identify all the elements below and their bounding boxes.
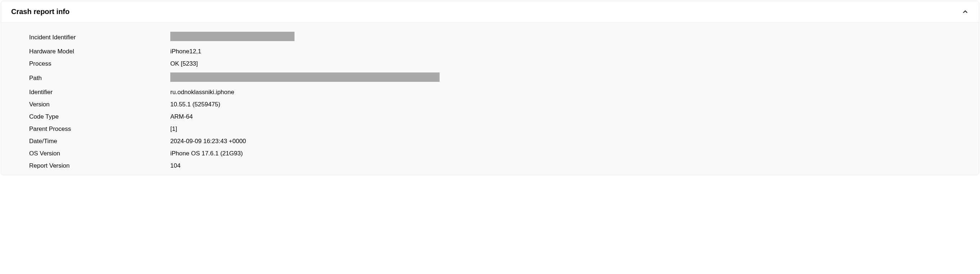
info-row: Date/Time 2024-09-09 16:23:43 +0000 [29,135,969,147]
info-row: Hardware Model iPhone12,1 [29,45,969,58]
info-value: OK [5233] [170,60,198,67]
info-value-redacted [170,72,440,83]
panel-body: Incident Identifier Hardware Model iPhon… [1,22,979,175]
info-label: Report Version [29,162,170,170]
info-label: Path [29,75,170,82]
info-label: Date/Time [29,138,170,145]
crash-report-panel: Crash report info Incident Identifier Ha… [1,1,979,175]
info-value: iPhone OS 17.6.1 (21G93) [170,150,243,157]
info-row: Process OK [5233] [29,58,969,70]
info-label: Identifier [29,89,170,96]
info-label: OS Version [29,150,170,157]
info-label: Code Type [29,113,170,120]
info-value: iPhone12,1 [170,48,201,55]
info-label: Process [29,60,170,67]
info-value: 104 [170,162,180,170]
info-value: 10.55.1 (5259475) [170,101,220,108]
info-row: Incident Identifier [29,29,969,45]
info-row: Code Type ARM-64 [29,111,969,123]
info-row: OS Version iPhone OS 17.6.1 (21G93) [29,147,969,160]
info-row: Path [29,70,969,86]
info-label: Version [29,101,170,108]
info-value: [1] [170,125,177,133]
chevron-up-icon [962,8,969,16]
info-label: Incident Identifier [29,34,170,41]
info-value: ru.odnoklassniki.iphone [170,89,234,96]
info-row: Identifier ru.odnoklassniki.iphone [29,86,969,98]
info-value-redacted [170,32,294,43]
info-value: 2024-09-09 16:23:43 +0000 [170,138,246,145]
info-row: Version 10.55.1 (5259475) [29,98,969,111]
panel-header[interactable]: Crash report info [1,1,979,22]
info-label: Hardware Model [29,48,170,55]
panel-title: Crash report info [11,8,70,16]
info-row: Report Version 104 [29,160,969,172]
info-row: Parent Process [1] [29,123,969,135]
info-value: ARM-64 [170,113,192,120]
info-label: Parent Process [29,125,170,133]
